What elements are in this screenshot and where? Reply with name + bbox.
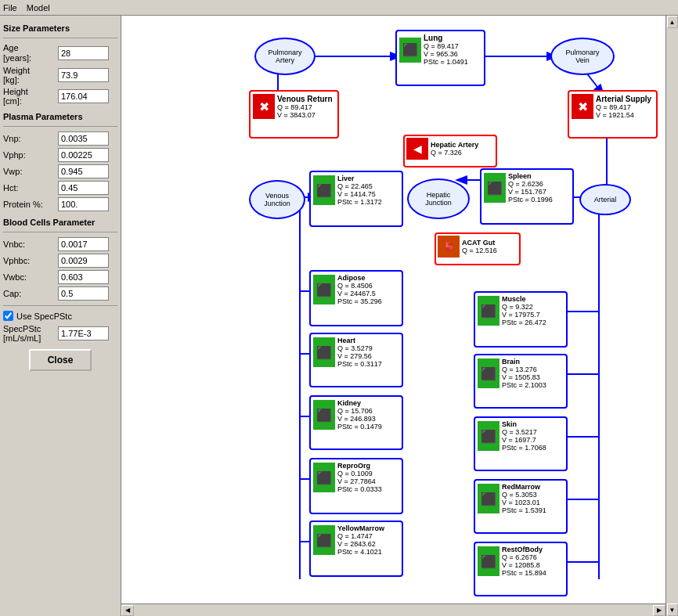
weight-input[interactable] (58, 68, 109, 82)
left-panel: Size Parameters Age[years]: Weight[kg]: … (0, 16, 121, 616)
age-input[interactable] (58, 46, 109, 60)
lung-node[interactable]: ⬛ Lung Q = 89.417 V = 965.36 PStc = 1.04… (395, 30, 485, 86)
menu-model[interactable]: Model (27, 3, 50, 13)
restofbody-values: RestOfBody Q = 6.2676 V = 12085.8 PStc =… (502, 546, 546, 577)
yellowmarrow-node[interactable]: ⬛ YellowMarrow Q = 1.4747 V = 2843.62 PS… (309, 521, 403, 577)
hepatic-junction-node[interactable]: HepaticJunction (407, 178, 470, 219)
protein-label: Protein %: (3, 200, 58, 209)
spleen-values: Spleen Q = 2.6236 V = 151.767 PStc = 0.1… (508, 172, 553, 204)
specpstc-label: SpecPStc[mL/s/mL] (3, 324, 58, 343)
specpstc-checkbox-row: Use SpecPStc (3, 311, 117, 321)
kidney-values: Kidney Q = 15.706 V = 246.893 PStc = 0.1… (337, 399, 382, 430)
yellowmarrow-values: YellowMarrow Q = 1.4747 V = 2843.62 PStc… (337, 524, 384, 556)
vwbc-input[interactable] (58, 270, 109, 284)
acat-gut-icon: 🫀 (438, 236, 460, 258)
liver-values: Liver Q = 22.465 V = 1414.75 PStc = 1.31… (337, 175, 382, 206)
weight-label: Weight[kg]: (3, 66, 58, 85)
skin-icon: ⬛ (478, 421, 499, 451)
plasma-params-title: Plasma Parameters (3, 112, 117, 121)
hct-input[interactable] (58, 181, 109, 195)
spleen-icon: ⬛ (484, 173, 506, 203)
cap-label: Cap: (3, 289, 58, 298)
scroll-track (134, 605, 653, 616)
brain-values: Brain Q = 13.276 V = 1505.83 PStc = 2.10… (502, 358, 546, 389)
height-input[interactable] (58, 89, 109, 103)
cap-input[interactable] (58, 286, 109, 301)
protein-input[interactable] (58, 197, 109, 211)
vwp-input[interactable] (58, 164, 109, 178)
hepatic-artery-node[interactable]: ◀ Hepatic Artery Q = 7.326 (403, 135, 497, 168)
spleen-node[interactable]: ⬛ Spleen Q = 2.6236 V = 151.767 PStc = 0… (480, 168, 574, 225)
muscle-icon: ⬛ (478, 296, 499, 326)
bottom-scrollbar[interactable]: ◀ ▶ (121, 603, 665, 616)
arterial-supply-icon: ✖ (572, 94, 593, 119)
arterial-supply-values: Arterial Supply Q = 89.417 V = 1921.54 (596, 95, 651, 119)
adipose-node[interactable]: ⬛ Adipose Q = 8.4506 V = 24467.5 PStc = … (309, 270, 403, 326)
liver-node[interactable]: ⬛ Liver Q = 22.465 V = 1414.75 PStc = 1.… (309, 171, 403, 227)
reproorg-node[interactable]: ⬛ ReproOrg Q = 0.1009 V = 27.7864 PStc =… (309, 458, 403, 514)
redmarrow-values: RedMarrow Q = 5.3053 V = 1023.01 PStc = … (502, 483, 546, 514)
arterial-supply-node[interactable]: ✖ Arterial Supply Q = 89.417 V = 1921.54 (568, 90, 658, 139)
scroll-up-btn[interactable]: ▲ (667, 16, 678, 28)
lung-icon: ⬛ (399, 38, 421, 63)
muscle-node[interactable]: ⬛ Muscle Q = 9.322 V = 17975.7 PStc = 26… (474, 291, 568, 348)
adipose-icon: ⬛ (313, 275, 335, 304)
specpstc-input[interactable] (58, 326, 109, 340)
height-row: Height[cm]: (3, 87, 117, 106)
specpstc-checkbox[interactable] (3, 311, 13, 321)
lung-values: Lung Q = 89.417 V = 965.36 PStc = 1.0491 (424, 34, 468, 66)
vphbc-input[interactable] (58, 254, 109, 268)
right-content: PulmonaryArtery ⬛ Lung Q = 89.417 V = 96… (121, 16, 665, 616)
reproorg-values: ReproOrg Q = 0.1009 V = 27.7864 PStc = 0… (337, 462, 382, 493)
venous-return-icon: ✖ (253, 94, 275, 119)
skin-values: Skin Q = 3.5217 V = 1697.7 PStc = 1.7068 (502, 420, 546, 452)
right-scrollbar[interactable]: ▲ ▼ (665, 16, 678, 616)
pulmonary-artery-label: PulmonaryArtery (268, 49, 301, 64)
venous-return-values: Venous Return Q = 89.417 V = 3843.07 (277, 95, 333, 119)
reproorg-icon: ⬛ (313, 463, 335, 492)
brain-icon: ⬛ (478, 358, 499, 388)
height-label: Height[cm]: (3, 87, 58, 106)
kidney-icon: ⬛ (313, 400, 335, 430)
vwp-label: Vwp: (3, 167, 58, 176)
hct-label: Hct: (3, 183, 58, 193)
yellowmarrow-icon: ⬛ (313, 525, 335, 555)
heart-node[interactable]: ⬛ Heart Q = 3.5279 V = 279.56 PStc = 0.3… (309, 333, 403, 387)
vnbc-input[interactable] (58, 237, 109, 251)
close-button[interactable]: Close (29, 349, 92, 371)
pulmonary-vein-label: PulmonaryVein (565, 49, 599, 64)
pulmonary-artery-node[interactable]: PulmonaryArtery (254, 38, 316, 75)
arterial-label: Arterial (594, 196, 617, 204)
venous-return-node[interactable]: ✖ Venous Return Q = 89.417 V = 3843.07 (249, 90, 339, 139)
venous-junction-label: VenousJunction (264, 192, 290, 207)
menu-file[interactable]: File (3, 3, 17, 13)
weight-row: Weight[kg]: (3, 66, 117, 85)
hepatic-artery-values: Hepatic Artery Q = 7.326 (431, 141, 478, 157)
hepatic-junction-label: HepaticJunction (425, 191, 452, 207)
vnp-input[interactable] (58, 131, 109, 146)
vphp-input[interactable] (58, 148, 109, 162)
restofbody-icon: ⬛ (478, 546, 499, 576)
diagram-area[interactable]: PulmonaryArtery ⬛ Lung Q = 89.417 V = 96… (121, 16, 665, 603)
menubar: File Model (0, 0, 678, 16)
vphbc-label: Vphbc: (3, 256, 58, 265)
vphp-label: Vphp: (3, 150, 58, 160)
venous-junction-node[interactable]: VenousJunction (249, 180, 305, 219)
adipose-values: Adipose Q = 8.4506 V = 24467.5 PStc = 35… (337, 274, 382, 305)
arterial-node[interactable]: Arterial (579, 184, 631, 215)
blood-cells-title: Blood Cells Parameter (3, 218, 117, 227)
age-row: Age[years]: (3, 43, 117, 63)
scroll-left-btn[interactable]: ◀ (121, 605, 134, 616)
muscle-values: Muscle Q = 9.322 V = 17975.7 PStc = 26.4… (502, 295, 546, 326)
redmarrow-node[interactable]: ⬛ RedMarrow Q = 5.3053 V = 1023.01 PStc … (474, 479, 568, 534)
specpstc-checkbox-label: Use SpecPStc (16, 312, 72, 321)
redmarrow-icon: ⬛ (478, 484, 499, 513)
scroll-right-btn[interactable]: ▶ (653, 605, 665, 616)
restofbody-node[interactable]: ⬛ RestOfBody Q = 6.2676 V = 12085.8 PStc… (474, 542, 568, 596)
pulmonary-vein-node[interactable]: PulmonaryVein (550, 38, 615, 75)
kidney-node[interactable]: ⬛ Kidney Q = 15.706 V = 246.893 PStc = 0… (309, 395, 403, 450)
scroll-down-btn[interactable]: ▼ (667, 603, 678, 616)
brain-node[interactable]: ⬛ Brain Q = 13.276 V = 1505.83 PStc = 2.… (474, 354, 568, 409)
skin-node[interactable]: ⬛ Skin Q = 3.5217 V = 1697.7 PStc = 1.70… (474, 416, 568, 471)
acat-gut-node[interactable]: 🫀 ACAT Gut Q = 12.516 (435, 232, 521, 265)
